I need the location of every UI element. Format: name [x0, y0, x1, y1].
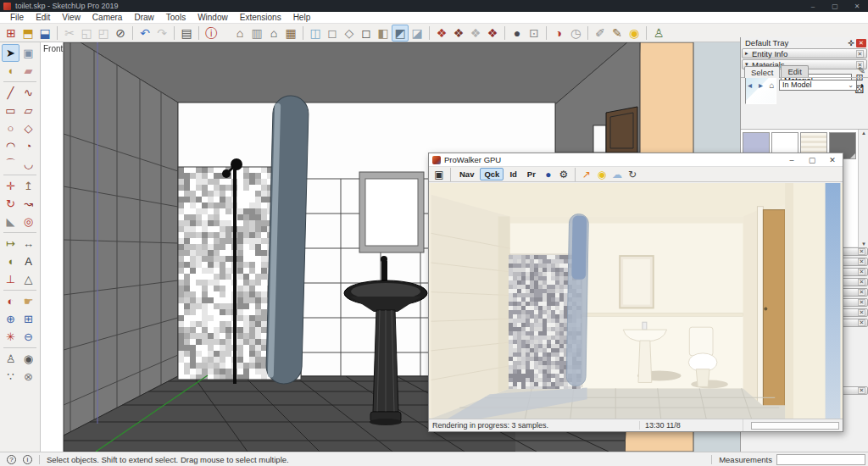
section-plane-tool[interactable]: ⊗	[19, 368, 37, 386]
menu-draw[interactable]: Draw	[128, 13, 159, 22]
qck-button[interactable]: Qck	[480, 168, 504, 180]
help-icon[interactable]: ?	[7, 455, 16, 464]
menu-edit[interactable]: Edit	[30, 13, 56, 22]
shaded-icon[interactable]: ◧	[375, 25, 392, 42]
shaded-with-textures-icon[interactable]: ◩	[392, 25, 409, 42]
info-icon[interactable]: i	[23, 455, 32, 464]
weather-icon[interactable]: ☁	[609, 168, 625, 181]
line-tool[interactable]: ╱	[2, 84, 19, 102]
globe-icon[interactable]: ●	[541, 168, 556, 181]
pie-tool[interactable]: ◔	[19, 137, 37, 155]
minimize-button[interactable]: –	[802, 0, 824, 12]
capture-icon[interactable]: ▣	[431, 168, 447, 181]
offset-tool[interactable]: ◎	[19, 213, 37, 230]
freehand-tool[interactable]: ∿	[19, 84, 37, 102]
materials-scrollbar[interactable]: ▲ ▼	[858, 130, 868, 247]
move-tool[interactable]: ✛	[2, 177, 19, 195]
prowalker-titlebar[interactable]: ProWalker GPU – ▢ ✕	[429, 153, 843, 167]
section-close-icon[interactable]: ✕	[858, 309, 865, 316]
walk-tool[interactable]: ∵	[2, 368, 19, 386]
3d-warehouse-icon[interactable]: ⌂	[265, 25, 282, 42]
section-close-icon[interactable]: ✕	[856, 50, 864, 58]
erase-icon[interactable]: ⊘	[112, 25, 129, 42]
section-close-icon[interactable]: ✕	[858, 299, 865, 306]
print-icon[interactable]: ▤	[178, 25, 195, 42]
redo-icon[interactable]: ↷	[153, 25, 170, 42]
pr-button[interactable]: Pr	[523, 168, 540, 180]
zoom-tool[interactable]: ⊕	[2, 310, 19, 328]
eyedropper-icon[interactable]: ✎	[858, 65, 865, 76]
menu-tools[interactable]: Tools	[160, 13, 192, 22]
scroll-up-icon[interactable]: ▲	[861, 130, 866, 136]
artificial-light-icon[interactable]: ◉	[594, 168, 609, 181]
update-icon[interactable]: ↻	[625, 168, 640, 181]
prowalker-close-button[interactable]: ✕	[822, 153, 843, 167]
walkthrough-icon[interactable]: ♙	[650, 25, 667, 42]
utilities-icon[interactable]: ✐	[592, 25, 609, 42]
polygon-tool[interactable]: ◇	[19, 119, 37, 137]
paste-icon[interactable]: ◰	[95, 25, 112, 42]
close-button[interactable]: ✕	[846, 0, 868, 12]
make-component-tool[interactable]: ▣	[19, 44, 37, 62]
section-close-icon[interactable]: ✕	[858, 387, 865, 394]
model-info-icon[interactable]: ⓘ	[203, 25, 220, 42]
axes-tool[interactable]: ⊥	[2, 270, 19, 288]
presentation-icon[interactable]: ⊡	[526, 25, 542, 42]
section-close-icon[interactable]: ✕	[858, 319, 865, 326]
menu-file[interactable]: File	[4, 13, 30, 22]
monochrome-icon[interactable]: ◪	[409, 25, 426, 42]
render-sphere-icon[interactable]: ●	[509, 25, 526, 42]
prowalker-minimize-button[interactable]: –	[782, 153, 802, 167]
rotate-tool[interactable]: ↻	[2, 195, 19, 213]
look-around-tool[interactable]: ◉	[19, 350, 37, 368]
push-pull-tool[interactable]: ↥	[19, 177, 37, 195]
scale-tool[interactable]: ◣	[2, 213, 19, 230]
orbit-tool[interactable]: ◐	[2, 292, 19, 310]
section-close-icon[interactable]: ✕	[858, 269, 865, 275]
save-icon[interactable]: ⬓	[36, 25, 53, 42]
get-models-icon[interactable]: ⌂	[231, 25, 248, 42]
section-close-icon[interactable]: ✕	[858, 248, 865, 255]
menu-help[interactable]: Help	[287, 13, 317, 22]
two-point-arc-tool[interactable]: ⌒	[2, 155, 19, 173]
tab-edit[interactable]: Edit	[781, 65, 808, 77]
details-icon[interactable]: ◗	[860, 80, 865, 90]
sandbox-tool[interactable]: △	[19, 270, 37, 288]
back-edges-icon[interactable]: ◻	[324, 25, 341, 42]
zoom-previous-tool[interactable]: ⊖	[19, 328, 37, 346]
pin-icon[interactable]: ✜	[846, 39, 856, 47]
style-toggle-icon[interactable]: ◑	[550, 25, 567, 42]
podium-browser-icon[interactable]: ❖	[484, 25, 501, 42]
section-close-icon[interactable]: ✕	[858, 258, 865, 265]
zoom-extents-tool[interactable]: ✳	[2, 328, 19, 346]
share-model-icon[interactable]: ▥	[248, 25, 265, 42]
settings-gear-icon[interactable]: ⚙	[556, 168, 571, 181]
circle-tool[interactable]: ○	[2, 119, 19, 137]
eraser-tool[interactable]: ▰	[19, 62, 37, 80]
podium-tools-icon[interactable]: ❖	[467, 25, 484, 42]
scroll-down-icon[interactable]: ▼	[861, 241, 866, 247]
collection-dropdown[interactable]: In Model ⌄	[779, 80, 857, 91]
arc-tool[interactable]: ◠	[2, 137, 19, 155]
tape-measure-tool[interactable]: ↦	[2, 235, 19, 252]
rectangle-tool[interactable]: ▭	[2, 102, 19, 119]
id-button[interactable]: Id	[505, 168, 520, 180]
menu-camera[interactable]: Camera	[86, 13, 129, 22]
pan-tool[interactable]: ☛	[19, 292, 37, 310]
rotated-rectangle-tool[interactable]: ▱	[19, 102, 37, 119]
prowalker-window[interactable]: ProWalker GPU – ▢ ✕ ▣ Nav Qck Id Pr ●⚙↗◉…	[428, 153, 843, 432]
maximize-button[interactable]: ▢	[824, 0, 846, 12]
section-close-icon[interactable]: ✕	[858, 279, 865, 286]
nav-button[interactable]: Nav	[455, 168, 478, 180]
new-icon[interactable]: ⊞	[3, 25, 19, 42]
protractor-tool[interactable]: ◖	[2, 252, 19, 270]
paint-tool[interactable]: ✎	[609, 25, 626, 42]
podium-render-icon[interactable]: ❖	[433, 25, 450, 42]
shadow-time-icon[interactable]: ◷	[567, 25, 584, 42]
text-tool[interactable]: A	[19, 252, 37, 270]
position-camera-tool[interactable]: ♙	[2, 350, 19, 368]
x-ray-icon[interactable]: ◫	[307, 25, 324, 42]
podium-options-icon[interactable]: ❖	[450, 25, 467, 42]
copy-icon[interactable]: ◱	[78, 25, 95, 42]
section-close-icon[interactable]: ✕	[858, 289, 865, 296]
